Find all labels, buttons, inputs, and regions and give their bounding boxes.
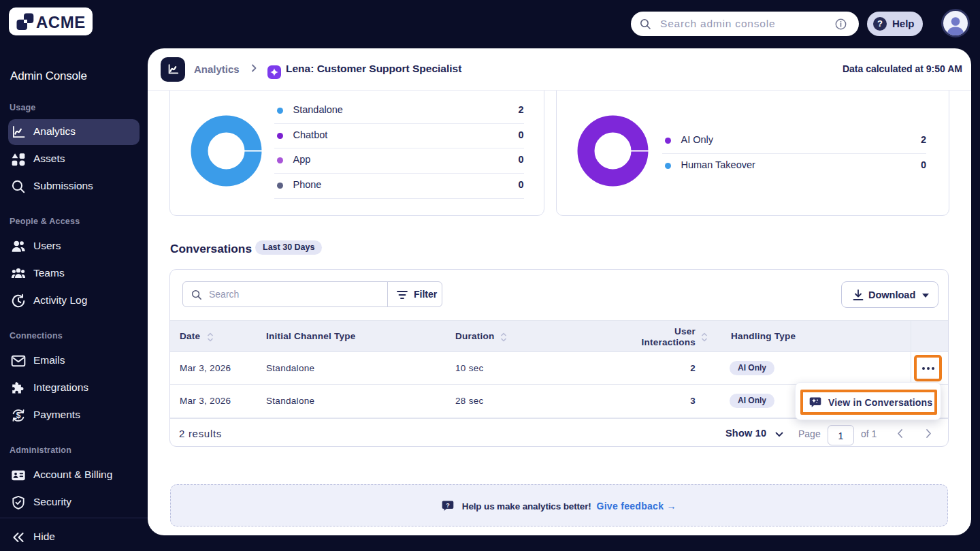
svg-text:$: $ (16, 411, 21, 420)
svg-text:?: ? (446, 502, 450, 509)
